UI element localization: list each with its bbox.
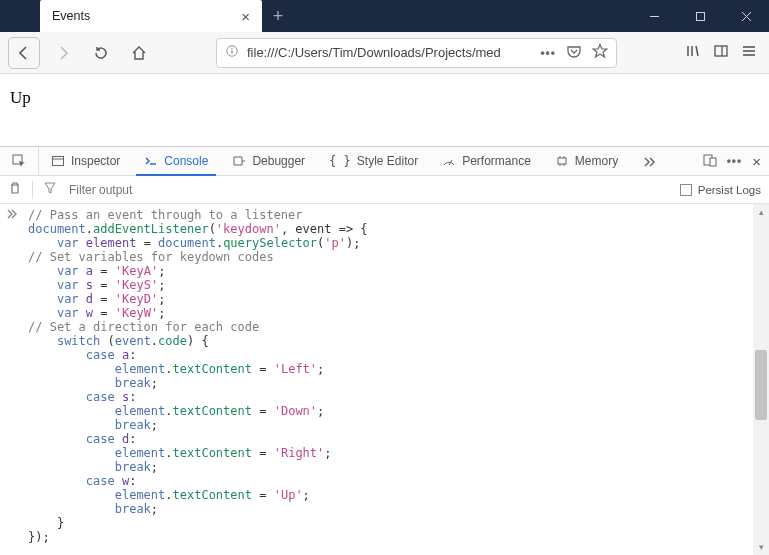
url-text: file:///C:/Users/Tim/Downloads/Projects/… bbox=[247, 45, 532, 60]
close-tab-icon[interactable]: × bbox=[241, 8, 250, 25]
scroll-down-icon[interactable]: ▾ bbox=[753, 539, 769, 555]
sidebar-icon[interactable] bbox=[713, 43, 729, 62]
scrollbar-thumb[interactable] bbox=[755, 350, 767, 420]
forward-button[interactable] bbox=[48, 38, 78, 68]
page-actions-button[interactable]: ••• bbox=[540, 46, 556, 60]
tab-overflow[interactable] bbox=[630, 147, 668, 175]
home-button[interactable] bbox=[124, 38, 154, 68]
scroll-up-icon[interactable]: ▴ bbox=[753, 204, 769, 220]
window-titlebar: Events × + bbox=[0, 0, 769, 32]
window-minimize-button[interactable] bbox=[631, 0, 677, 32]
url-bar[interactable]: file:///C:/Users/Tim/Downloads/Projects/… bbox=[216, 38, 617, 68]
trash-icon[interactable] bbox=[8, 181, 22, 198]
svg-rect-16 bbox=[53, 157, 64, 166]
tab-inspector[interactable]: Inspector bbox=[39, 147, 132, 175]
console-output[interactable]: // Pass an event through to a listener d… bbox=[0, 204, 769, 555]
tab-style-editor[interactable]: { } Style Editor bbox=[317, 147, 430, 175]
console-filter-bar: Persist Logs bbox=[0, 176, 769, 204]
window-close-button[interactable] bbox=[723, 0, 769, 32]
pick-element-button[interactable] bbox=[0, 147, 38, 175]
tab-debugger[interactable]: Debugger bbox=[220, 147, 317, 175]
tab-strip: Events × + bbox=[0, 0, 294, 32]
browser-tab[interactable]: Events × bbox=[40, 0, 262, 32]
tab-title: Events bbox=[52, 9, 90, 23]
menu-icon[interactable] bbox=[741, 43, 757, 62]
pocket-icon[interactable] bbox=[566, 43, 582, 62]
navigation-toolbar: file:///C:/Users/Tim/Downloads/Projects/… bbox=[0, 32, 769, 74]
svg-rect-26 bbox=[710, 158, 716, 166]
tab-performance[interactable]: Performance bbox=[430, 147, 543, 175]
library-icon[interactable] bbox=[685, 43, 701, 62]
new-tab-button[interactable]: + bbox=[262, 0, 294, 32]
reload-button[interactable] bbox=[86, 38, 116, 68]
console-prompt-icon bbox=[6, 208, 18, 223]
devtools-toolbar: Inspector Console Debugger { } Style Edi… bbox=[0, 146, 769, 176]
toolbar-right bbox=[685, 43, 761, 62]
svg-point-6 bbox=[231, 47, 233, 49]
scrollbar-track[interactable] bbox=[753, 220, 769, 539]
svg-line-9 bbox=[696, 46, 698, 56]
tab-console[interactable]: Console bbox=[132, 147, 220, 175]
filter-input[interactable] bbox=[67, 182, 670, 198]
page-text: Up bbox=[10, 88, 31, 107]
devtools-options-button[interactable]: ••• bbox=[727, 154, 743, 168]
tab-memory[interactable]: Memory bbox=[543, 147, 630, 175]
window-controls bbox=[631, 0, 769, 32]
console-body: // Pass an event through to a listener d… bbox=[0, 204, 769, 555]
scrollbar[interactable]: ▴ ▾ bbox=[753, 204, 769, 555]
funnel-icon[interactable] bbox=[43, 181, 57, 198]
svg-rect-1 bbox=[696, 12, 704, 20]
devtools-close-button[interactable]: × bbox=[752, 153, 761, 170]
back-button[interactable] bbox=[8, 37, 40, 69]
svg-rect-10 bbox=[715, 46, 727, 56]
window-maximize-button[interactable] bbox=[677, 0, 723, 32]
persist-logs-toggle[interactable]: Persist Logs bbox=[680, 184, 761, 196]
svg-rect-20 bbox=[558, 158, 566, 164]
star-icon[interactable] bbox=[592, 43, 608, 62]
responsive-mode-icon[interactable] bbox=[703, 153, 717, 170]
page-content: Up bbox=[0, 74, 769, 146]
info-icon[interactable] bbox=[225, 44, 239, 61]
checkbox-icon bbox=[680, 184, 692, 196]
